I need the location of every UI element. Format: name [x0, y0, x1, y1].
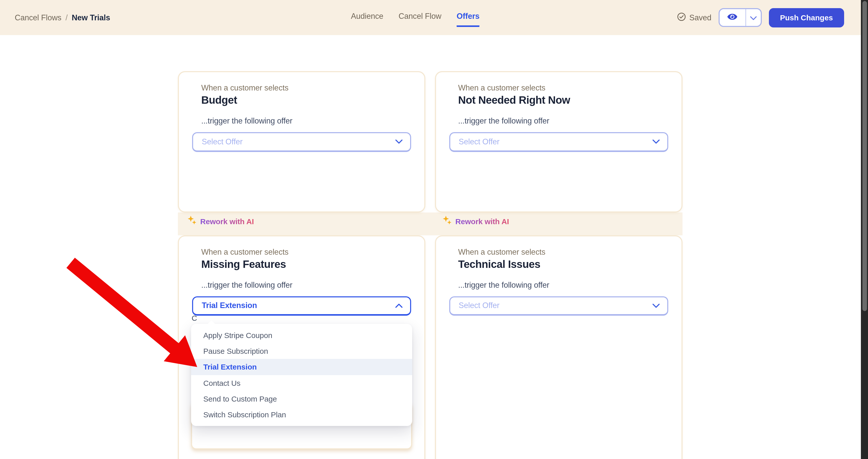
rework-with-ai-label: Rework with AI: [200, 217, 254, 225]
rework-with-ai-budget[interactable]: Rework with AI: [188, 216, 254, 227]
top-bar: Cancel Flows / New Trials Audience Cance…: [0, 0, 868, 35]
preview-options-button[interactable]: [746, 9, 761, 26]
offer-card-technical-issues: When a customer selects Technical Issues…: [435, 235, 682, 459]
chevron-down-icon: [395, 140, 402, 144]
card-when-label: When a customer selects: [458, 247, 545, 256]
offer-select-budget[interactable]: Select Offer: [192, 132, 411, 152]
offer-dropdown-menu: Apply Stripe Coupon Pause Subscription T…: [191, 324, 412, 426]
preview-button[interactable]: [720, 9, 746, 26]
header-actions: Saved Push Changes: [677, 0, 844, 35]
menu-item-pause-subscription[interactable]: Pause Subscription: [191, 343, 412, 359]
offer-select-not-needed[interactable]: Select Offer: [449, 132, 668, 152]
card-trigger-label: ...trigger the following offer: [201, 116, 292, 126]
menu-item-trial-extension[interactable]: Trial Extension: [191, 359, 412, 375]
sparkles-icon: [443, 216, 452, 227]
offer-card-budget: When a customer selects Budget ...trigge…: [178, 71, 425, 212]
card-trigger-label: ...trigger the following offer: [201, 280, 292, 289]
menu-item-contact-us[interactable]: Contact Us: [191, 375, 412, 391]
chevron-down-icon: [652, 303, 659, 308]
scrollbar-thumb[interactable]: [862, 1, 867, 311]
breadcrumb-cancel-flows[interactable]: Cancel Flows: [15, 13, 61, 22]
rework-with-ai-label: Rework with AI: [455, 217, 509, 225]
tab-audience[interactable]: Audience: [351, 8, 383, 27]
preview-split-button: [719, 8, 762, 27]
save-status-label: Saved: [689, 13, 711, 22]
card-title: Not Needed Right Now: [458, 94, 570, 106]
flow-tabs: Audience Cancel Flow Offers: [351, 0, 479, 35]
card-trigger-label: ...trigger the following offer: [458, 280, 549, 289]
breadcrumb-current-flow: New Trials: [72, 13, 110, 22]
offer-select-technical-issues[interactable]: Select Offer: [449, 296, 668, 316]
tab-offers[interactable]: Offers: [457, 8, 479, 27]
card-title: Missing Features: [201, 258, 286, 270]
offer-select-missing-features[interactable]: Trial Extension: [192, 296, 411, 316]
eye-icon: [727, 11, 738, 24]
partially-hidden-text: C: [192, 314, 197, 322]
rework-with-ai-not-needed[interactable]: Rework with AI: [443, 216, 509, 227]
chevron-down-icon: [750, 13, 757, 22]
chevron-up-icon: [395, 303, 402, 308]
tab-cancel-flow[interactable]: Cancel Flow: [399, 8, 441, 27]
push-changes-button[interactable]: Push Changes: [769, 8, 844, 27]
card-trigger-label: ...trigger the following offer: [458, 116, 549, 126]
menu-item-switch-subscription-plan[interactable]: Switch Subscription Plan: [191, 407, 412, 422]
breadcrumb: Cancel Flows / New Trials: [15, 0, 110, 35]
sparkles-icon: [188, 216, 197, 227]
offer-select-value: Trial Extension: [202, 301, 257, 310]
offer-select-placeholder: Select Offer: [459, 301, 500, 310]
card-when-label: When a customer selects: [458, 83, 545, 93]
card-when-label: When a customer selects: [201, 83, 288, 93]
offer-select-placeholder: Select Offer: [459, 137, 500, 146]
save-status: Saved: [677, 12, 711, 23]
menu-item-send-to-custom-page[interactable]: Send to Custom Page: [191, 391, 412, 407]
menu-item-apply-stripe-coupon[interactable]: Apply Stripe Coupon: [191, 327, 412, 343]
page: Cancel Flows / New Trials Audience Cance…: [0, 0, 868, 459]
card-title: Budget: [201, 94, 237, 106]
check-circle-icon: [677, 12, 686, 23]
chevron-down-icon: [652, 140, 659, 144]
scrollbar-track[interactable]: [861, 0, 868, 459]
card-when-label: When a customer selects: [201, 247, 288, 256]
offer-select-placeholder: Select Offer: [202, 137, 243, 146]
offer-card-not-needed: When a customer selects Not Needed Right…: [435, 71, 682, 212]
breadcrumb-separator: /: [66, 13, 68, 22]
card-title: Technical Issues: [458, 258, 540, 270]
